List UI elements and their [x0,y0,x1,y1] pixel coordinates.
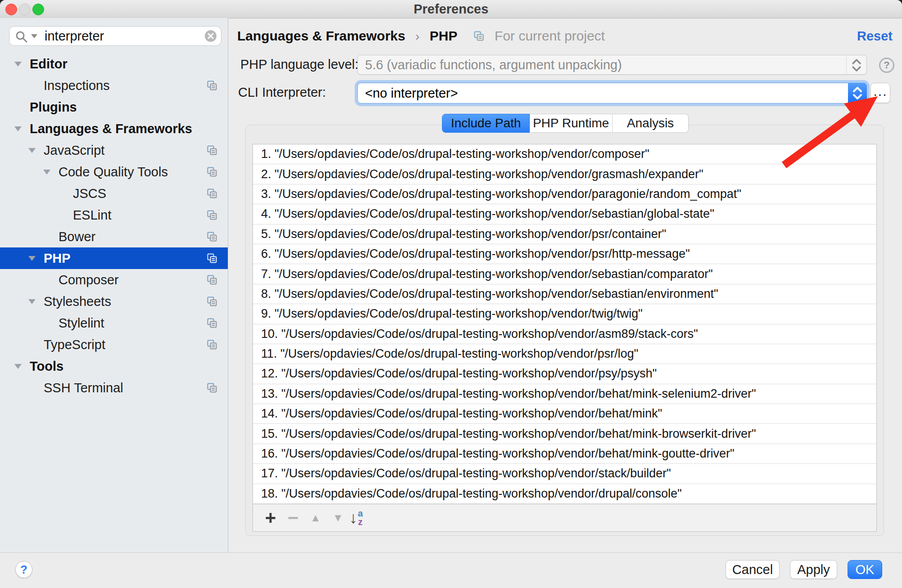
tab-php-runtime[interactable]: PHP Runtime [530,114,613,133]
sidebar-item-bower[interactable]: Bower [0,226,228,247]
title-bar: Preferences [0,0,902,18]
include-path-row[interactable]: 15. "/Users/opdavies/Code/os/drupal-test… [253,424,876,444]
sidebar-item-inspections[interactable]: Inspections [0,75,228,96]
sidebar-item-plugins[interactable]: Plugins [0,96,228,118]
copy-settings-icon [206,209,218,221]
expand-arrow-icon[interactable] [14,364,22,369]
copy-settings-icon [206,296,218,307]
include-path-list: 1. "/Users/opdavies/Code/os/drupal-testi… [253,144,876,504]
dropdown-stepper-icon[interactable] [846,55,866,74]
expand-arrow-icon[interactable] [28,148,36,153]
language-level-label: PHP language level: [240,55,358,74]
expand-arrow-icon[interactable] [14,126,22,131]
language-level-value: 5.6 (variadic functions, argument unpack… [365,55,622,74]
clear-search-icon[interactable] [205,30,216,42]
sidebar-item-languages-frameworks[interactable]: Languages & Frameworks [0,118,228,139]
sidebar-item-stylelint[interactable]: Stylelint [0,312,228,334]
sort-alphabetically-button[interactable]: ↓ a z [349,508,372,527]
tree-item-label: JavaScript [44,139,104,161]
include-path-row[interactable]: 8. "/Users/opdavies/Code/os/drupal-testi… [253,284,876,304]
sidebar-item-eslint[interactable]: ESLint [0,204,228,226]
search-field[interactable] [9,26,221,46]
sidebar-item-editor[interactable]: Editor [0,53,228,75]
include-path-row[interactable]: 18. "/Users/opdavies/Code/os/drupal-test… [253,484,876,504]
include-path-row[interactable]: 5. "/Users/opdavies/Code/os/drupal-testi… [253,224,876,244]
sidebar-item-ssh-terminal[interactable]: SSH Terminal [0,377,228,399]
breadcrumb-separator: › [409,29,426,43]
language-level-dropdown[interactable]: 5.6 (variadic functions, argument unpack… [357,55,867,75]
search-filter-caret-icon[interactable] [31,34,37,38]
tab-include-path[interactable]: Include Path [442,114,530,133]
breadcrumb-php[interactable]: PHP [429,28,457,43]
include-path-row[interactable]: 4. "/Users/opdavies/Code/os/drupal-testi… [253,204,876,224]
tree-item-label: Code Quality Tools [59,161,168,183]
copy-settings-icon [206,80,218,91]
copy-settings-icon [206,339,218,350]
tree-item-label: Composer [59,269,119,291]
expand-arrow-icon[interactable] [14,62,22,67]
tree-item-label: Plugins [30,96,77,118]
list-toolbar: + − ▲ ▼ ↓ a z [253,504,876,531]
include-path-row[interactable]: 12. "/Users/opdavies/Code/os/drupal-test… [253,364,876,384]
sidebar-item-typescript[interactable]: TypeScript [0,334,228,355]
reset-link[interactable]: Reset [857,27,893,45]
sidebar-item-javascript[interactable]: JavaScript [0,139,228,161]
cli-interpreter-value: <no interpreter> [365,83,458,103]
tree-item-label: Tools [30,355,63,377]
cli-interpreter-combo[interactable]: <no interpreter> [357,83,867,103]
tab-analysis[interactable]: Analysis [613,114,689,133]
tree-item-label: Stylelint [59,312,104,334]
expand-arrow-icon[interactable] [28,299,36,304]
browse-interpreters-button[interactable]: ... [870,83,890,103]
expand-arrow-icon[interactable] [43,170,50,175]
cancel-button[interactable]: Cancel [726,560,780,579]
sidebar-item-composer[interactable]: Composer [0,269,228,291]
cli-interpreter-label: CLI Interpreter: [238,83,326,102]
sidebar-item-tools[interactable]: Tools [0,355,228,377]
settings-tree: Editor Inspections Plugins Languages & F… [0,53,228,399]
scope-label: For current project [495,28,605,43]
include-path-row[interactable]: 6. "/Users/opdavies/Code/os/drupal-testi… [253,244,876,264]
include-path-row[interactable]: 1. "/Users/opdavies/Code/os/drupal-testi… [253,144,876,164]
ok-button[interactable]: OK [848,560,882,579]
tree-item-label: Editor [30,53,68,75]
apply-button[interactable]: Apply [790,560,837,579]
help-button[interactable]: ? [15,561,32,578]
add-path-button[interactable]: + [259,507,282,529]
sidebar-item-code-quality-tools[interactable]: Code Quality Tools [0,161,228,183]
move-down-button[interactable]: ▼ [327,512,349,524]
include-path-row[interactable]: 17. "/Users/opdavies/Code/os/drupal-test… [253,464,876,484]
move-up-button[interactable]: ▲ [304,512,327,524]
remove-path-button[interactable]: − [282,507,304,529]
combo-stepper-icon[interactable] [848,83,867,103]
language-level-help-icon[interactable]: ? [879,58,894,73]
tree-item-label: SSH Terminal [44,377,123,399]
sidebar-item-stylesheets[interactable]: Stylesheets [0,291,228,312]
preferences-window: Preferences Editor Inspections [0,0,902,588]
search-input[interactable] [44,28,203,44]
expand-arrow-icon[interactable] [28,256,36,261]
breadcrumb: Languages & Frameworks › PHP For current… [237,27,605,45]
include-path-row[interactable]: 3. "/Users/opdavies/Code/os/drupal-testi… [253,184,876,204]
include-path-row[interactable]: 2. "/Users/opdavies/Code/os/drupal-testi… [253,164,876,184]
breadcrumb-languages-frameworks[interactable]: Languages & Frameworks [237,28,405,43]
sidebar-item-jscs[interactable]: JSCS [0,183,228,204]
include-path-row[interactable]: 7. "/Users/opdavies/Code/os/drupal-testi… [253,264,876,284]
tree-item-label: Bower [59,226,95,247]
copy-settings-icon [206,144,218,156]
include-path-row[interactable]: 9. "/Users/opdavies/Code/os/drupal-testi… [253,304,876,324]
tree-item-label: ESLint [73,204,111,226]
sidebar-item-php[interactable]: PHP [0,247,228,269]
include-path-row[interactable]: 11. "/Users/opdavies/Code/os/drupal-test… [253,344,876,364]
include-path-row[interactable]: 10. "/Users/opdavies/Code/os/drupal-test… [253,324,876,344]
include-path-row[interactable]: 13. "/Users/opdavies/Code/os/drupal-test… [253,384,876,404]
php-settings-tabs: Include PathPHP RuntimeAnalysis [442,114,689,132]
search-icon[interactable] [15,30,28,44]
include-path-row[interactable]: 14. "/Users/opdavies/Code/os/drupal-test… [253,404,876,424]
tree-item-label: Inspections [44,75,110,96]
include-path-row[interactable]: 16. "/Users/opdavies/Code/os/drupal-test… [253,444,876,464]
copy-settings-icon [206,252,218,264]
project-scope-icon [473,30,485,42]
tree-item-label: PHP [44,247,71,269]
tree-item-label: JSCS [73,183,106,204]
